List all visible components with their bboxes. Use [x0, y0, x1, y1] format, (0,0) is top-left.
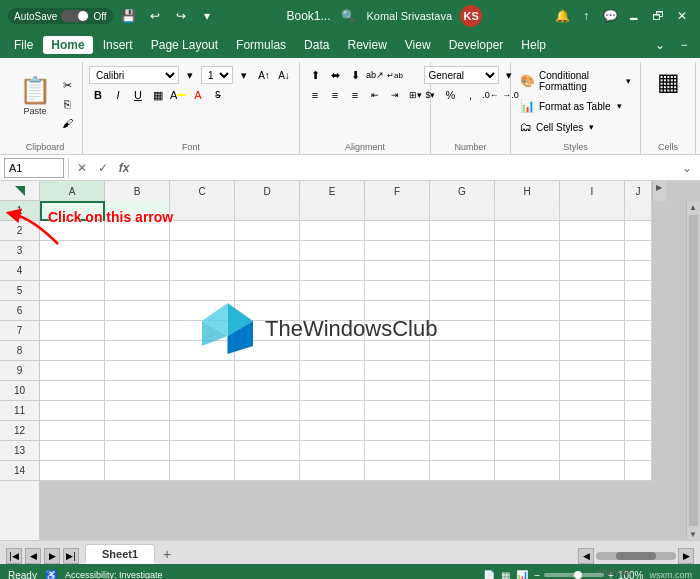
- cell-I3[interactable]: [560, 241, 625, 261]
- page-break-view-button[interactable]: 📊: [516, 570, 528, 580]
- tab-first-button[interactable]: |◀: [6, 548, 22, 564]
- row-header-6[interactable]: 6: [0, 301, 39, 321]
- cell-G2[interactable]: [430, 221, 495, 241]
- row-header-5[interactable]: 5: [0, 281, 39, 301]
- cell-C14[interactable]: [170, 461, 235, 481]
- cell-B12[interactable]: [105, 421, 170, 441]
- cell-E5[interactable]: [300, 281, 365, 301]
- cell-H11[interactable]: [495, 401, 560, 421]
- fill-color-button[interactable]: A: [169, 86, 187, 104]
- decrease-font-button[interactable]: A↓: [275, 66, 293, 84]
- cell-J8[interactable]: [625, 341, 652, 361]
- row-header-9[interactable]: 9: [0, 361, 39, 381]
- cell-C3[interactable]: [170, 241, 235, 261]
- cell-A6[interactable]: [40, 301, 105, 321]
- cell-B13[interactable]: [105, 441, 170, 461]
- cell-C10[interactable]: [170, 381, 235, 401]
- formula-expand-button[interactable]: ⌄: [678, 159, 696, 177]
- cell-G9[interactable]: [430, 361, 495, 381]
- cell-E11[interactable]: [300, 401, 365, 421]
- cell-J12[interactable]: [625, 421, 652, 441]
- cell-D11[interactable]: [235, 401, 300, 421]
- cell-J3[interactable]: [625, 241, 652, 261]
- row-header-10[interactable]: 10: [0, 381, 39, 401]
- menu-view[interactable]: View: [397, 36, 439, 54]
- cell-E13[interactable]: [300, 441, 365, 461]
- formula-confirm-button[interactable]: ✓: [94, 159, 112, 177]
- cell-I11[interactable]: [560, 401, 625, 421]
- cell-G7[interactable]: [430, 321, 495, 341]
- font-name-select[interactable]: Calibri: [89, 66, 179, 84]
- cell-A11[interactable]: [40, 401, 105, 421]
- cell-G10[interactable]: [430, 381, 495, 401]
- cell-I13[interactable]: [560, 441, 625, 461]
- cell-C12[interactable]: [170, 421, 235, 441]
- select-all-button[interactable]: [0, 181, 40, 201]
- share-button[interactable]: ↑: [576, 6, 596, 26]
- top-align-button[interactable]: ⬆: [306, 66, 324, 84]
- font-size-select[interactable]: 11: [201, 66, 233, 84]
- cell-F3[interactable]: [365, 241, 430, 261]
- cell-B5[interactable]: [105, 281, 170, 301]
- cell-H14[interactable]: [495, 461, 560, 481]
- cell-E3[interactable]: [300, 241, 365, 261]
- cell-E1[interactable]: [300, 201, 365, 221]
- cell-H13[interactable]: [495, 441, 560, 461]
- cell-B10[interactable]: [105, 381, 170, 401]
- col-header-D[interactable]: D: [235, 181, 300, 201]
- scroll-up-btn[interactable]: ▲: [687, 201, 699, 213]
- tab-last-button[interactable]: ▶|: [63, 548, 79, 564]
- row-header-13[interactable]: 13: [0, 441, 39, 461]
- cell-D2[interactable]: [235, 221, 300, 241]
- cell-A9[interactable]: [40, 361, 105, 381]
- cell-D7[interactable]: [235, 321, 300, 341]
- cell-B8[interactable]: [105, 341, 170, 361]
- cell-I6[interactable]: [560, 301, 625, 321]
- font-color-button[interactable]: A: [189, 86, 207, 104]
- insert-function-button[interactable]: fx: [115, 159, 133, 177]
- cell-I5[interactable]: [560, 281, 625, 301]
- cell-B14[interactable]: [105, 461, 170, 481]
- cell-A4[interactable]: [40, 261, 105, 281]
- notifications-button[interactable]: 🔔: [552, 6, 572, 26]
- save-button[interactable]: 💾: [119, 6, 139, 26]
- format-painter-button[interactable]: 🖌: [58, 114, 76, 132]
- cell-J9[interactable]: [625, 361, 652, 381]
- cell-G12[interactable]: [430, 421, 495, 441]
- col-header-E[interactable]: E: [300, 181, 365, 201]
- formula-cancel-button[interactable]: ✕: [73, 159, 91, 177]
- center-align-button[interactable]: ≡: [326, 86, 344, 104]
- col-header-B[interactable]: B: [105, 181, 170, 201]
- cell-A2[interactable]: [40, 221, 105, 241]
- border-button[interactable]: ▦: [149, 86, 167, 104]
- cell-C8[interactable]: [170, 341, 235, 361]
- right-align-button[interactable]: ≡: [346, 86, 364, 104]
- row-header-4[interactable]: 4: [0, 261, 39, 281]
- cell-C6[interactable]: [170, 301, 235, 321]
- col-header-G[interactable]: G: [430, 181, 495, 201]
- cell-B7[interactable]: [105, 321, 170, 341]
- cell-I12[interactable]: [560, 421, 625, 441]
- font-size-dropdown-button[interactable]: ▾: [235, 66, 253, 84]
- cell-B11[interactable]: [105, 401, 170, 421]
- cell-F10[interactable]: [365, 381, 430, 401]
- cell-A7[interactable]: [40, 321, 105, 341]
- cell-F12[interactable]: [365, 421, 430, 441]
- sheet-scroll-bar[interactable]: [596, 552, 676, 560]
- cell-H7[interactable]: [495, 321, 560, 341]
- menu-insert[interactable]: Insert: [95, 36, 141, 54]
- cell-A5[interactable]: [40, 281, 105, 301]
- cell-G14[interactable]: [430, 461, 495, 481]
- cell-C2[interactable]: [170, 221, 235, 241]
- comments-button[interactable]: 💬: [600, 6, 620, 26]
- cell-H4[interactable]: [495, 261, 560, 281]
- sheet-scroll-right[interactable]: ▶: [678, 548, 694, 564]
- cell-I4[interactable]: [560, 261, 625, 281]
- cell-H10[interactable]: [495, 381, 560, 401]
- close-button[interactable]: ✕: [672, 6, 692, 26]
- cell-D13[interactable]: [235, 441, 300, 461]
- row-header-7[interactable]: 7: [0, 321, 39, 341]
- cell-J13[interactable]: [625, 441, 652, 461]
- increase-indent-button[interactable]: ⇥: [386, 86, 404, 104]
- col-header-I[interactable]: I: [560, 181, 625, 201]
